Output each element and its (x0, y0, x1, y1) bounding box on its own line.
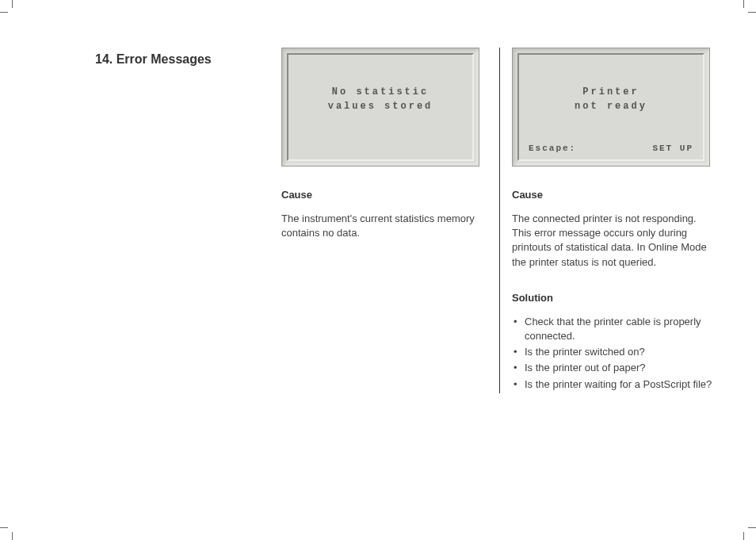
error-column-2: Printer not ready Escape: SET UP Cause T… (499, 48, 717, 393)
crop-mark (743, 527, 756, 540)
crop-mark (743, 0, 756, 13)
page-content: 14. Error Messages No statistic values s… (0, 0, 756, 417)
lcd-bottom-row: Escape: SET UP (529, 144, 693, 153)
error-column-1: No statistic values stored Cause The ins… (281, 48, 499, 393)
list-item: Is the printer switched on? (512, 345, 717, 359)
lcd-line: not ready (529, 99, 693, 113)
lcd-message: No statistic values stored (298, 63, 463, 113)
lcd-display-2: Printer not ready Escape: SET UP (512, 48, 710, 167)
cause-text: The connected printer is not responding.… (512, 212, 717, 270)
section-title: 14. Error Messages (95, 48, 265, 393)
lcd-line: Printer (529, 85, 693, 99)
solution-heading: Solution (512, 292, 717, 304)
lcd-inner: Printer not ready Escape: SET UP (517, 53, 704, 161)
lcd-escape-label: Escape: (529, 144, 576, 153)
solution-list: Check that the printer cable is properly… (512, 315, 717, 392)
lcd-setup-label: SET UP (652, 144, 693, 153)
lcd-message: Printer not ready (529, 63, 693, 113)
cause-text: The instrument's current statistics memo… (281, 212, 487, 240)
lcd-line: values stored (298, 99, 463, 113)
list-item: Is the printer waiting for a PostScript … (512, 377, 717, 392)
crop-mark (0, 527, 13, 540)
lcd-display-1: No statistic values stored (281, 48, 479, 167)
list-item: Check that the printer cable is properly… (512, 315, 717, 343)
crop-mark (0, 0, 13, 13)
list-item: Is the printer out of paper? (512, 361, 717, 375)
lcd-line: No statistic (298, 85, 463, 99)
lcd-inner: No statistic values stored (287, 53, 474, 161)
cause-heading: Cause (281, 189, 487, 201)
columns-container: No statistic values stored Cause The ins… (281, 48, 728, 393)
cause-heading: Cause (512, 189, 717, 201)
